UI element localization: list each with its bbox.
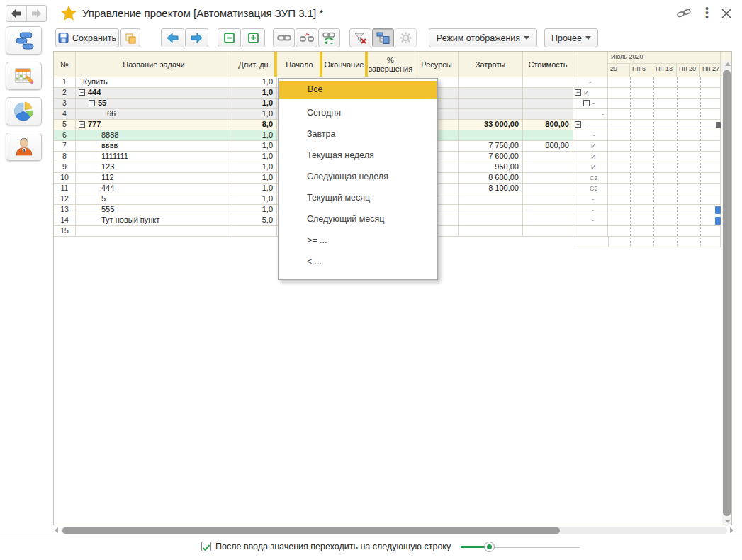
- expander-icon[interactable]: −: [575, 89, 581, 96]
- row-number[interactable]: 6: [54, 130, 76, 141]
- cost-cell[interactable]: 7 750,00: [459, 141, 523, 152]
- duration-cell[interactable]: 1,0: [232, 173, 277, 184]
- kebab-menu-icon[interactable]: •••: [705, 6, 709, 19]
- cost-cell[interactable]: [459, 88, 523, 99]
- row-number[interactable]: 7: [54, 141, 76, 152]
- duration-cell[interactable]: 1,0: [232, 184, 277, 194]
- row-number[interactable]: 15: [54, 226, 76, 237]
- price-cell[interactable]: 800,00: [523, 141, 573, 152]
- gantt-tree-cell[interactable]: -: [573, 215, 608, 226]
- task-name-cell[interactable]: 66: [76, 109, 232, 120]
- cost-cell[interactable]: [459, 215, 523, 226]
- gantt-timeline-cell[interactable]: [608, 194, 721, 205]
- task-name-cell[interactable]: 8888: [76, 130, 232, 141]
- duration-cell[interactable]: 5,0: [232, 215, 277, 226]
- cost-cell[interactable]: [459, 130, 523, 141]
- unlink-tasks-button[interactable]: [296, 28, 317, 47]
- gantt-timeline-cell[interactable]: [608, 152, 721, 162]
- menu-item[interactable]: Сегодня: [279, 102, 437, 123]
- task-name-cell[interactable]: 112: [76, 173, 232, 184]
- expander-icon[interactable]: −: [79, 121, 85, 128]
- menu-item[interactable]: Все: [279, 81, 437, 99]
- task-name-cell[interactable]: 5: [76, 194, 232, 205]
- scroll-down-arrow[interactable]: [725, 520, 731, 523]
- price-cell[interactable]: [523, 194, 573, 205]
- gantt-timeline-cell[interactable]: [608, 226, 721, 237]
- price-cell[interactable]: [523, 88, 573, 99]
- scroll-up-arrow[interactable]: [725, 62, 731, 66]
- gantt-tree-cell[interactable]: -: [573, 109, 608, 120]
- forward-button[interactable]: [26, 6, 47, 21]
- price-cell[interactable]: [523, 77, 573, 88]
- gantt-tree-cell[interactable]: -: [573, 130, 608, 141]
- menu-item[interactable]: Завтра: [279, 123, 437, 145]
- column-header-6[interactable]: % завершения: [366, 52, 415, 77]
- menu-item[interactable]: Текущий месяц: [279, 187, 437, 208]
- task-name-cell[interactable]: Купить: [76, 77, 232, 88]
- close-icon[interactable]: [721, 9, 731, 18]
- gantt-timeline-cell[interactable]: [608, 109, 721, 120]
- sidebar-item-planning-view[interactable]: [6, 62, 42, 90]
- gantt-bar[interactable]: [715, 206, 721, 214]
- gantt-timeline-cell[interactable]: [608, 184, 721, 194]
- gantt-tree-cell[interactable]: C2: [573, 173, 608, 184]
- row-number[interactable]: 4: [54, 109, 76, 120]
- gantt-timeline-cell[interactable]: [608, 173, 721, 184]
- gantt-tree-header[interactable]: [573, 52, 608, 77]
- gantt-tree-cell[interactable]: И: [573, 152, 608, 162]
- gantt-tree-cell[interactable]: −-: [573, 99, 608, 109]
- duration-cell[interactable]: 1,0: [232, 152, 277, 162]
- duration-cell[interactable]: 1,0: [232, 205, 277, 215]
- task-name-cell[interactable]: 1111111: [76, 152, 232, 162]
- settings-button[interactable]: [395, 28, 417, 47]
- favorite-star-icon[interactable]: [61, 6, 77, 21]
- gantt-timeline-cell[interactable]: [608, 215, 721, 226]
- get-link-icon[interactable]: [677, 8, 691, 19]
- link-tasks-button[interactable]: [273, 28, 295, 47]
- row-number[interactable]: 8: [54, 152, 76, 162]
- task-name-cell[interactable]: −55: [76, 99, 232, 109]
- gantt-timeline-cell[interactable]: [608, 205, 721, 215]
- sidebar-item-reports-view[interactable]: [6, 97, 42, 125]
- price-cell[interactable]: [523, 205, 573, 215]
- price-cell[interactable]: [523, 215, 573, 226]
- column-header-1[interactable]: №: [54, 52, 76, 77]
- cost-cell[interactable]: [459, 109, 523, 120]
- task-name-cell[interactable]: 123: [76, 162, 232, 173]
- gantt-timeline-cell[interactable]: [608, 120, 721, 130]
- price-cell[interactable]: [523, 226, 573, 237]
- gantt-tree-cell[interactable]: −И: [573, 88, 608, 99]
- price-cell[interactable]: [523, 130, 573, 141]
- row-number[interactable]: 14: [54, 215, 76, 226]
- price-cell[interactable]: [523, 173, 573, 184]
- task-name-cell[interactable]: [76, 226, 232, 237]
- gantt-bar[interactable]: [715, 217, 721, 225]
- move-right-button[interactable]: [185, 28, 208, 47]
- price-cell[interactable]: 800,00: [523, 120, 573, 130]
- menu-item[interactable]: >= ...: [279, 230, 437, 251]
- report-window-button[interactable]: [120, 28, 140, 47]
- cost-cell[interactable]: [459, 194, 523, 205]
- row-number[interactable]: 9: [54, 162, 76, 173]
- cost-cell[interactable]: 8 100,00: [459, 184, 523, 194]
- expander-icon[interactable]: −: [89, 100, 95, 106]
- gantt-tree-cell[interactable]: C2: [573, 184, 608, 194]
- back-button[interactable]: [6, 6, 26, 21]
- column-header-3[interactable]: Длит. дн.: [232, 52, 277, 77]
- gantt-tree-cell[interactable]: И: [573, 162, 608, 173]
- gantt-tree-cell[interactable]: -: [573, 77, 608, 88]
- duration-cell[interactable]: 1,0: [232, 109, 277, 120]
- task-name-cell[interactable]: 555: [76, 205, 232, 215]
- gantt-timeline-cell[interactable]: [608, 99, 721, 109]
- cost-cell[interactable]: 33 000,00: [459, 120, 523, 130]
- display-mode-button[interactable]: Режим отображения: [429, 28, 537, 47]
- duration-cell[interactable]: 1,0: [232, 99, 277, 109]
- task-name-cell[interactable]: Тут новый пункт: [76, 215, 232, 226]
- gantt-tree-cell[interactable]: −-: [573, 120, 608, 130]
- gantt-vertical-scrollbar-thumb[interactable]: [723, 70, 731, 516]
- duration-cell[interactable]: 8,0: [232, 120, 277, 130]
- cost-cell[interactable]: 950,00: [459, 162, 523, 173]
- expander-icon[interactable]: −: [79, 89, 85, 96]
- row-number[interactable]: 3: [54, 99, 76, 109]
- gantt-timeline-cell[interactable]: [608, 77, 721, 88]
